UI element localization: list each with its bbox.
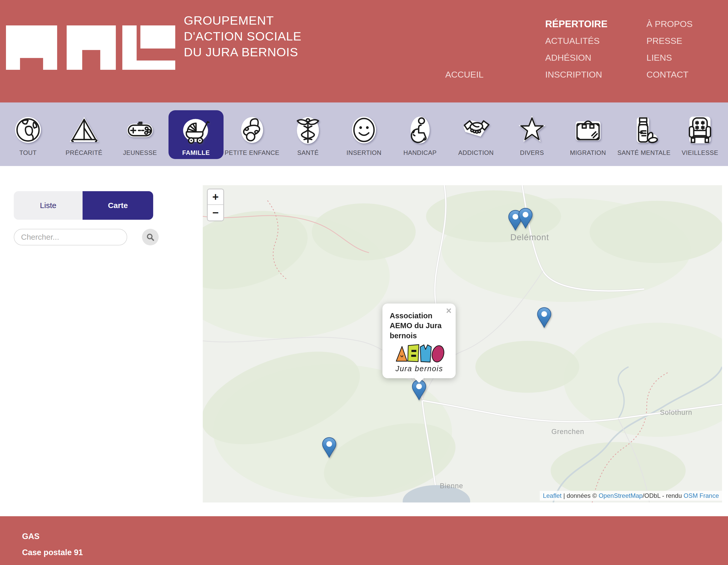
category-item-precarite[interactable]: PRÉCARITÉ <box>56 103 112 166</box>
category-item-sante[interactable]: SANTÉ <box>280 103 336 166</box>
nav-column-1: RÉPERTOIRE ACTUALITÉS ADHÉSION INSCRIPTI… <box>545 16 608 83</box>
map-marker[interactable] <box>322 437 337 458</box>
nav-item-repertoire[interactable]: RÉPERTOIRE <box>545 16 608 32</box>
category-item-insertion[interactable]: INSERTION <box>336 103 392 166</box>
nav-item-contact[interactable]: CONTACT <box>646 66 693 83</box>
category-label: SANTÉ MENTALE <box>617 149 671 157</box>
nav-item-liens[interactable]: LIENS <box>646 49 693 66</box>
medicine-bottle-icon <box>628 114 659 146</box>
site-title: GROUPEMENT D'ACTION SOCIALE DU JURA BERN… <box>184 12 301 60</box>
wheelchair-icon <box>405 114 436 146</box>
footer-address: Case postale 91 <box>22 548 728 557</box>
attribution-text: /ODbL - rendu <box>643 492 684 499</box>
nav-item-presse[interactable]: PRESSE <box>646 32 693 49</box>
openstreetmap-link[interactable]: OpenStreetMap <box>599 492 643 499</box>
category-item-addiction[interactable]: ADDICTION <box>448 103 504 166</box>
category-label: MIGRATION <box>570 149 606 157</box>
category-label: TOUT <box>19 149 37 157</box>
suitcase-icon <box>572 114 604 146</box>
site-title-line2: D'ACTION SOCIALE <box>184 28 301 44</box>
page-header: GROUPEMENT D'ACTION SOCIALE DU JURA BERN… <box>0 0 728 103</box>
category-item-migration[interactable]: MIGRATION <box>560 103 616 166</box>
zoom-in-button[interactable]: + <box>208 189 223 205</box>
tab-carte[interactable]: Carte <box>83 191 153 220</box>
category-label: FAMILLE <box>182 149 210 157</box>
category-label: VIEILLESSE <box>682 149 718 157</box>
view-toggle: Liste Carte <box>14 191 153 220</box>
leaflet-link[interactable]: Leaflet <box>543 492 562 499</box>
category-label: PRÉCARITÉ <box>66 149 103 157</box>
category-bar: TOUT PRÉCARITÉ JEUNESSE FAMILLE PETITE E… <box>0 103 728 166</box>
aemo-logo-subtext: Jura bernois <box>390 364 449 373</box>
category-item-vieillesse[interactable]: VIEILLESSE <box>672 103 728 166</box>
category-label: SANTÉ <box>297 149 319 157</box>
osm-france-link[interactable]: OSM France <box>684 492 719 499</box>
caduceus-icon <box>292 114 323 146</box>
category-item-petite-enfance[interactable]: PETITE ENFANCE <box>224 103 280 166</box>
city-label-delemont: Delémont <box>510 233 549 242</box>
category-item-sante-mentale[interactable]: SANTÉ MENTALE <box>616 103 672 166</box>
category-item-divers[interactable]: DIVERS <box>504 103 560 166</box>
handshake-icon <box>460 114 491 146</box>
nav-item-actualites[interactable]: ACTUALITÉS <box>545 32 608 49</box>
map-popup: × Association AEMO du Jura bernois Jura … <box>382 303 456 381</box>
map-zoom-control: + − <box>207 189 224 221</box>
gas-logo[interactable] <box>6 25 175 71</box>
nav-item-accueil[interactable]: ACCUEIL <box>445 66 483 83</box>
search-button[interactable] <box>142 229 159 246</box>
category-item-famille[interactable]: FAMILLE <box>168 103 224 166</box>
nav-item-adhesion[interactable]: ADHÉSION <box>545 49 608 66</box>
nav-item-a-propos[interactable]: À PROPOS <box>646 16 693 32</box>
main-content: Liste Carte <box>0 166 728 516</box>
site-title-line3: DU JURA BERNOIS <box>184 44 301 60</box>
category-item-handicap[interactable]: HANDICAP <box>392 103 448 166</box>
globe-icon <box>12 114 44 146</box>
armchair-icon <box>684 114 716 146</box>
magnifier-icon <box>145 232 155 242</box>
leaflet-map[interactable]: Delémont Solothurn Grenchen Bienne + − ×… <box>203 185 722 502</box>
category-label: JEUNESSE <box>123 149 157 157</box>
map-marker[interactable] <box>537 307 552 328</box>
map-tiles <box>203 185 722 502</box>
smiley-icon <box>348 114 380 146</box>
page-footer: GAS Case postale 91 <box>0 516 728 565</box>
pram-icon <box>180 114 212 146</box>
nav-column-2: À PROPOS PRESSE LIENS CONTACT <box>646 16 693 83</box>
map-marker[interactable] <box>518 208 533 229</box>
category-label: HANDICAP <box>403 149 437 157</box>
star-icon <box>516 114 548 146</box>
category-label: DIVERS <box>520 149 544 157</box>
city-label-solothurn: Solothurn <box>660 408 692 417</box>
site-title-line1: GROUPEMENT <box>184 12 301 28</box>
aemo-logo <box>392 343 447 364</box>
tab-liste[interactable]: Liste <box>14 191 83 220</box>
search-input[interactable] <box>14 229 127 246</box>
category-item-jeunesse[interactable]: JEUNESSE <box>112 103 168 166</box>
nav-item-inscription[interactable]: INSCRIPTION <box>545 66 608 83</box>
city-label-bienne: Bienne <box>440 482 463 490</box>
pacifier-icon <box>237 114 268 146</box>
footer-org-name: GAS <box>22 532 728 541</box>
nav-column-accueil: ACCUEIL <box>445 66 483 83</box>
city-label-grenchen: Grenchen <box>551 428 584 436</box>
popup-title[interactable]: Association AEMO du Jura bernois <box>390 311 444 340</box>
attribution-text: | données © <box>562 492 599 499</box>
category-label: PETITE ENFANCE <box>225 149 279 157</box>
tent-icon <box>69 114 100 146</box>
category-item-tout[interactable]: TOUT <box>0 103 56 166</box>
category-label: INSERTION <box>347 149 382 157</box>
map-attribution: Leaflet | données © OpenStreetMap/ODbL -… <box>540 491 722 501</box>
zoom-out-button[interactable]: − <box>208 205 223 221</box>
popup-close-icon[interactable]: × <box>446 306 451 315</box>
category-label: ADDICTION <box>458 149 494 157</box>
gamepad-icon <box>124 114 156 146</box>
